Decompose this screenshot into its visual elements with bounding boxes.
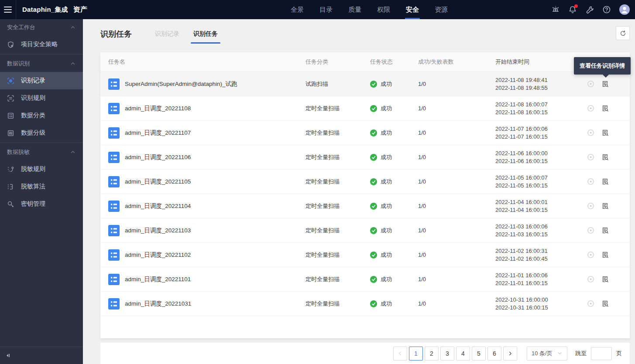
nav-security[interactable]: 安全	[398, 0, 427, 19]
view-task-detail-icon[interactable]	[601, 300, 609, 307]
stop-task-icon[interactable]	[587, 178, 594, 185]
nav-quality[interactable]: 质量	[340, 0, 369, 19]
task-list-icon	[108, 225, 120, 236]
table-row[interactable]: admin_日调度_20221107 定时全量扫描 成功 1/0 2022-11…	[100, 121, 630, 145]
page-button-2[interactable]: 2	[425, 347, 439, 361]
stop-task-icon[interactable]	[587, 129, 594, 136]
avatar[interactable]	[619, 4, 630, 15]
list-box-icon	[7, 112, 15, 119]
help-icon[interactable]	[602, 5, 611, 14]
wrench-icon[interactable]	[585, 5, 594, 14]
sidebar-item-recognition-records[interactable]: 识别记录	[0, 72, 83, 89]
scan-rule-icon	[7, 94, 15, 102]
stop-task-icon[interactable]	[587, 227, 594, 234]
prev-page-button[interactable]	[393, 347, 407, 361]
task-status: 成功	[370, 300, 418, 308]
stop-task-icon[interactable]	[587, 202, 594, 210]
page-button-5[interactable]: 5	[472, 347, 486, 361]
sidebar-item-recognition-rules[interactable]: 识别规则	[0, 89, 83, 107]
task-name: admin_日调度_20221102	[125, 251, 191, 259]
page-size-select[interactable]: 10 条/页	[527, 347, 567, 361]
sidebar-section-data-masking[interactable]: 数据脱敏	[0, 144, 83, 160]
task-category: 定时全量扫描	[305, 227, 370, 235]
table-row[interactable]: admin_日调度_20221102 定时全量扫描 成功 1/0 2022-11…	[100, 243, 630, 267]
view-task-detail-icon[interactable]	[601, 276, 609, 283]
table-row[interactable]: admin_日调度_20221101 定时全量扫描 成功 1/0 2022-11…	[100, 267, 630, 292]
page-button-6[interactable]: 6	[487, 347, 501, 361]
next-page-button[interactable]	[503, 347, 517, 361]
sidebar-item-masking-rules[interactable]: 脱敏规则	[0, 160, 83, 178]
stop-task-icon[interactable]	[587, 276, 594, 283]
alarm-icon[interactable]	[551, 5, 560, 14]
view-task-detail-icon[interactable]	[601, 153, 609, 161]
table-row[interactable]: admin_日调度_20221103 定时全量扫描 成功 1/0 2022-11…	[100, 218, 630, 243]
view-task-detail-icon[interactable]	[601, 202, 609, 210]
page-button-3[interactable]: 3	[440, 347, 454, 361]
view-task-detail-icon[interactable]	[601, 227, 609, 234]
jump-page-input[interactable]	[591, 347, 612, 360]
nav-resource[interactable]: 资源	[427, 0, 456, 19]
start-end-time: 2022-11-01 16:00:062022-11-01 16:00:15	[495, 272, 587, 287]
table-row[interactable]: admin_日调度_20221105 定时全量扫描 成功 1/0 2022-11…	[100, 170, 630, 194]
sidebar-item-data-classification[interactable]: 数据分类	[0, 107, 83, 124]
status-label: 成功	[381, 80, 392, 88]
success-fail-count: 1/0	[418, 154, 495, 160]
sidebar-divider	[0, 143, 83, 143]
jump-label: 跳至	[575, 350, 587, 357]
tab-recognition-tasks[interactable]: 识别任务	[193, 30, 218, 44]
page-jump: 跳至 页	[575, 347, 622, 360]
grade-slider-icon	[7, 129, 15, 137]
refresh-button[interactable]	[616, 26, 630, 40]
stop-task-icon[interactable]	[587, 300, 594, 307]
table-row[interactable]: SuperAdmin(SuperAdmin@dataphin)_试跑 试跑扫描 …	[100, 72, 630, 96]
task-list-icon	[108, 201, 120, 212]
success-fail-count: 1/0	[418, 227, 495, 234]
sidebar-item-project-security-policy[interactable]: 项目安全策略	[0, 36, 83, 53]
task-list-icon	[108, 274, 120, 285]
task-status: 成功	[370, 153, 418, 161]
section-title: 安全工作台	[7, 24, 35, 31]
success-icon	[370, 252, 377, 259]
table-header: 任务名 任务分类 任务状态 成功/失败表数 开始结束时间	[100, 52, 630, 72]
stop-task-icon[interactable]	[587, 80, 594, 88]
page-button-4[interactable]: 4	[456, 347, 470, 361]
column-task-category: 任务分类	[305, 58, 370, 66]
sidebar-item-label: 识别规则	[21, 94, 45, 102]
view-task-detail-icon[interactable]	[601, 105, 609, 112]
success-fail-count: 1/0	[418, 276, 495, 282]
bell-icon[interactable]	[568, 5, 577, 14]
table-row[interactable]: admin_日调度_20221031 定时全量扫描 成功 1/0 2022-10…	[100, 292, 630, 316]
status-label: 成功	[381, 202, 392, 210]
stop-task-icon[interactable]	[587, 153, 594, 161]
view-task-detail-icon[interactable]	[601, 80, 609, 88]
sidebar-collapse-button[interactable]	[0, 347, 83, 364]
task-name: admin_日调度_20221106	[125, 153, 191, 161]
view-task-detail-icon[interactable]	[601, 129, 609, 136]
page-button-1[interactable]: 1	[409, 347, 423, 361]
sidebar-section-security-workbench[interactable]: 安全工作台	[0, 19, 83, 36]
table-row[interactable]: admin_日调度_20221106 定时全量扫描 成功 1/0 2022-11…	[100, 145, 630, 170]
task-status: 成功	[370, 202, 418, 210]
topbar: Dataphin_集成 资产 全景 目录 质量 权限 安全 资源	[0, 0, 635, 19]
success-icon	[370, 129, 377, 136]
task-category: 定时全量扫描	[305, 129, 370, 137]
sidebar-section-data-recognition[interactable]: 数据识别	[0, 55, 83, 72]
sidebar-item-key-management[interactable]: 密钥管理	[0, 195, 83, 213]
table-row[interactable]: admin_日调度_20221108 定时全量扫描 成功 1/0 2022-11…	[100, 96, 630, 121]
nav-panorama[interactable]: 全景	[283, 0, 312, 19]
stop-task-icon[interactable]	[587, 105, 594, 112]
view-task-detail-icon[interactable]	[601, 251, 609, 259]
success-icon	[370, 154, 377, 161]
table-row[interactable]: admin_日调度_20221104 定时全量扫描 成功 1/0 2022-11…	[100, 194, 630, 218]
tab-recognition-records[interactable]: 识别记录	[155, 30, 179, 44]
sidebar-item-masking-algorithms[interactable]: 脱敏算法	[0, 178, 83, 195]
sidebar-item-data-grading[interactable]: 数据分级	[0, 124, 83, 142]
hamburger-menu-icon[interactable]	[0, 0, 16, 19]
stop-task-icon[interactable]	[587, 251, 594, 259]
task-list-icon	[108, 127, 120, 139]
tabs: 识别记录 识别任务	[155, 30, 218, 44]
nav-catalog[interactable]: 目录	[312, 0, 340, 19]
view-task-detail-icon[interactable]	[601, 178, 609, 185]
pagination-pages: 1 2 3 4 5 6	[393, 347, 517, 361]
nav-permission[interactable]: 权限	[369, 0, 398, 19]
